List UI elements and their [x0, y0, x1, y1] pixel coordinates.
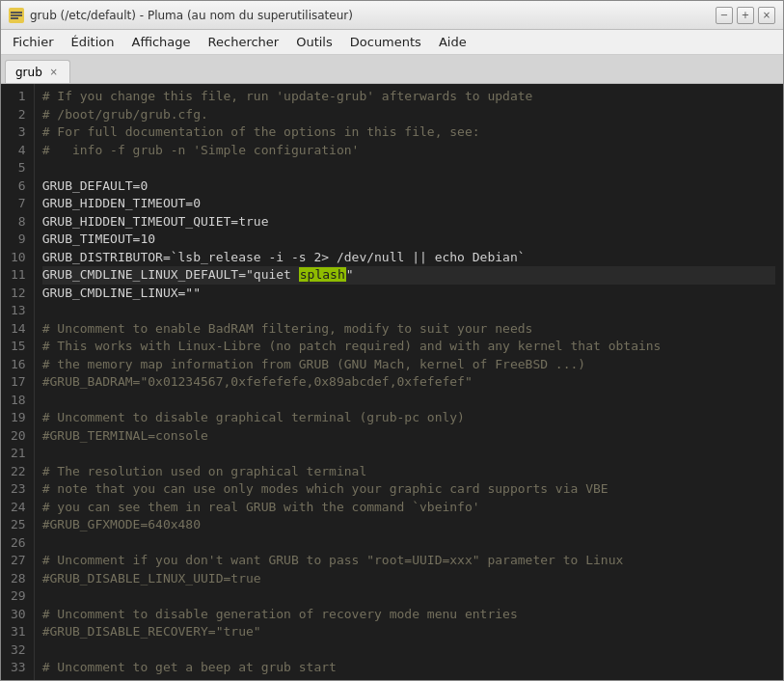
- line-number: 15: [11, 338, 26, 356]
- line-number: 25: [11, 516, 26, 534]
- code-line: # Uncomment to get a beep at grub start: [42, 659, 775, 677]
- line-number: 24: [11, 499, 26, 517]
- menu-bar: Fichier Édition Affichage Rechercher Out…: [1, 30, 783, 55]
- code-line: #GRUB_GFXMODE=640x480: [42, 516, 775, 534]
- line-number: 1: [11, 88, 26, 106]
- code-line: # If you change this file, run 'update-g…: [42, 88, 775, 106]
- code-line: [42, 641, 775, 660]
- code-line: [42, 392, 775, 410]
- code-line: #GRUB_DISABLE_LINUX_UUID=true: [42, 570, 775, 588]
- svg-rect-2: [11, 14, 22, 16]
- line-number: 3: [11, 123, 26, 142]
- close-button[interactable]: ×: [758, 7, 775, 24]
- maximize-button[interactable]: +: [737, 7, 754, 24]
- line-number: 32: [11, 641, 26, 660]
- line-number: 17: [11, 373, 26, 392]
- menu-outils[interactable]: Outils: [288, 32, 340, 52]
- line-number: 19: [11, 409, 26, 427]
- app-icon: [9, 8, 24, 23]
- code-line: [42, 445, 775, 463]
- code-line: GRUB_DEFAULT=0: [42, 177, 775, 196]
- line-number: 14: [11, 320, 26, 339]
- line-number: 13: [11, 302, 26, 320]
- title-bar: grub (/etc/default) - Pluma (au nom du s…: [1, 1, 783, 30]
- tab-bar: grub ×: [1, 55, 783, 84]
- code-line: # Uncomment if you don't want GRUB to pa…: [42, 552, 775, 570]
- title-bar-left: grub (/etc/default) - Pluma (au nom du s…: [9, 8, 353, 23]
- main-window: grub (/etc/default) - Pluma (au nom du s…: [0, 0, 784, 681]
- code-line: # The resolution used on graphical termi…: [42, 463, 775, 481]
- code-line: # note that you can use only modes which…: [42, 480, 775, 499]
- svg-rect-3: [11, 17, 18, 19]
- line-number: 29: [11, 587, 26, 606]
- code-line: GRUB_DISTRIBUTOR=`lsb_release -i -s 2> /…: [42, 249, 775, 267]
- window-title: grub (/etc/default) - Pluma (au nom du s…: [30, 9, 353, 22]
- splash-highlight: splash: [299, 267, 346, 282]
- line-number: 22: [11, 463, 26, 481]
- menu-affichage[interactable]: Affichage: [123, 32, 198, 52]
- line-number: 4: [11, 142, 26, 160]
- line-numbers: 1234567891011121314151617181920212223242…: [1, 84, 35, 680]
- code-line: GRUB_CMDLINE_LINUX_DEFAULT="quiet splash…: [42, 266, 775, 285]
- menu-fichier[interactable]: Fichier: [5, 32, 62, 52]
- code-line: # info -f grub -n 'Simple configuration': [42, 142, 775, 160]
- svg-rect-1: [11, 12, 22, 14]
- line-number: 26: [11, 534, 26, 553]
- line-number: 30: [11, 606, 26, 624]
- code-line: # This works with Linux-Libre (no patch …: [42, 338, 775, 356]
- code-line: GRUB_HIDDEN_TIMEOUT=0: [42, 195, 775, 213]
- line-number: 6: [11, 177, 26, 196]
- code-line: # For full documentation of the options …: [42, 123, 775, 142]
- code-line: # Uncomment to enable BadRAM filtering, …: [42, 320, 775, 339]
- menu-edition[interactable]: Édition: [64, 32, 122, 52]
- line-number: 23: [11, 480, 26, 499]
- line-number: 34: [11, 677, 26, 681]
- code-line: GRUB_TIMEOUT=10: [42, 231, 775, 249]
- code-line: # you can see them in real GRUB with the…: [42, 499, 775, 517]
- line-number: 20: [11, 427, 26, 446]
- line-number: 28: [11, 570, 26, 588]
- code-line: GRUB_CMDLINE_LINUX="": [42, 285, 775, 303]
- line-number: 10: [11, 249, 26, 267]
- tab-grub[interactable]: grub ×: [5, 60, 70, 83]
- line-number: 27: [11, 552, 26, 570]
- line-number: 2: [11, 106, 26, 124]
- code-line: [42, 587, 775, 606]
- code-line: #GRUB_INIT_TUNE="480 440 1": [42, 677, 775, 681]
- tab-label: grub: [15, 66, 42, 79]
- menu-rechercher[interactable]: Rechercher: [201, 32, 287, 52]
- code-line: GRUB_HIDDEN_TIMEOUT_QUIET=true: [42, 213, 775, 232]
- code-line: # the memory map information from GRUB (…: [42, 356, 775, 374]
- menu-documents[interactable]: Documents: [342, 32, 429, 52]
- code-line: [42, 159, 775, 177]
- code-line: # Uncomment to disable graphical termina…: [42, 409, 775, 427]
- code-line: #GRUB_DISABLE_RECOVERY="true": [42, 623, 775, 641]
- line-number: 16: [11, 356, 26, 374]
- editor-area[interactable]: 1234567891011121314151617181920212223242…: [1, 84, 783, 680]
- line-number: 33: [11, 659, 26, 677]
- line-number: 21: [11, 445, 26, 463]
- code-line: #GRUB_BADRAM="0x01234567,0xfefefefe,0x89…: [42, 373, 775, 392]
- code-line: # Uncomment to disable generation of rec…: [42, 606, 775, 624]
- line-number: 11: [11, 266, 26, 285]
- line-number: 12: [11, 285, 26, 303]
- code-editor[interactable]: # If you change this file, run 'update-g…: [35, 84, 783, 680]
- code-line: [42, 302, 775, 320]
- line-number: 5: [11, 159, 26, 177]
- window-controls: − + ×: [716, 7, 775, 24]
- line-number: 8: [11, 213, 26, 232]
- line-number: 9: [11, 231, 26, 249]
- tab-close-button[interactable]: ×: [48, 67, 60, 78]
- code-line: # /boot/grub/grub.cfg.: [42, 106, 775, 124]
- line-number: 31: [11, 623, 26, 641]
- menu-aide[interactable]: Aide: [431, 32, 474, 52]
- line-number: 18: [11, 392, 26, 410]
- minimize-button[interactable]: −: [716, 7, 733, 24]
- code-line: #GRUB_TERMINAL=console: [42, 427, 775, 446]
- line-number: 7: [11, 195, 26, 213]
- code-line: [42, 534, 775, 553]
